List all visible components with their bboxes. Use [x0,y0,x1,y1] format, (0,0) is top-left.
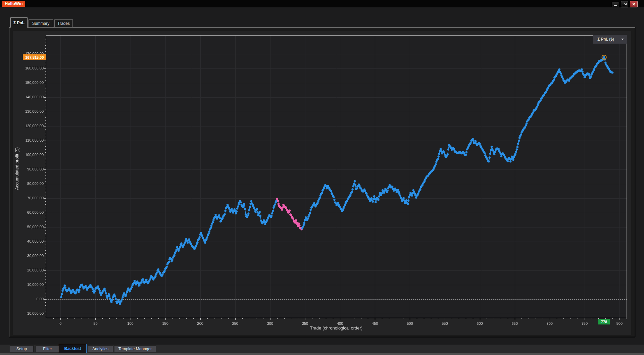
tab-pnl-label: Σ PnL [13,20,24,25]
tab-backtest[interactable]: Backtest [59,344,87,353]
app-title: HelloWin [2,1,25,7]
chevron-down-icon [621,39,624,40]
x-axis-title: Trade (chronological order) [310,325,362,331]
app-window: HelloWin ✕ Σ PnL Summary Trades Accumula… [0,0,644,355]
tab-analytics-label: Analytics [92,347,108,351]
close-button[interactable]: ✕ [630,1,638,7]
pnl-chart-canvas[interactable] [13,31,631,335]
tab-setup[interactable]: Setup [10,345,34,352]
tab-pnl[interactable]: Σ PnL [10,17,28,28]
y-axis-title: Accumulated profit ($) [13,101,21,236]
tab-filter[interactable]: Filter [36,345,59,352]
series-selector-dropdown[interactable]: Σ PnL ($) [593,35,627,44]
pnl-chart: Accumulated profit ($) Trade (chronologi… [13,31,631,335]
main-tab-strip: Setup Filter Backtest Analytics Template… [0,345,644,353]
tab-template-manager[interactable]: Template Manager [114,345,156,352]
restore-icon [623,3,627,6]
tab-backtest-label: Backtest [64,346,81,351]
window-resize-edge[interactable] [0,353,644,355]
restore-button[interactable] [621,1,628,7]
title-bar: HelloWin ✕ [0,0,644,7]
tab-trades-label: Trades [57,21,70,26]
tab-filter-label: Filter [43,347,52,351]
minimize-icon [614,5,617,6]
tab-template-manager-label: Template Manager [118,347,152,351]
tab-summary[interactable]: Summary [29,19,53,27]
tab-analytics[interactable]: Analytics [88,345,113,352]
max-value-badge: 167,815.00 [23,54,46,60]
tab-trades[interactable]: Trades [54,19,73,27]
series-selector-value: Σ PnL ($) [597,37,614,42]
tab-setup-label: Setup [16,347,27,351]
close-icon: ✕ [632,2,635,7]
max-trade-badge: 778 [598,319,610,324]
tab-summary-label: Summary [32,21,49,26]
minimize-button[interactable] [612,2,619,7]
